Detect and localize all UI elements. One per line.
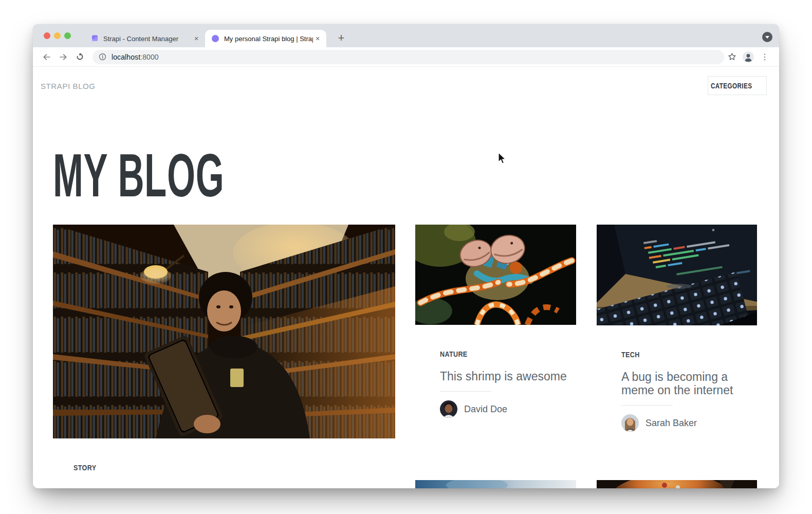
zoom-window-button[interactable] xyxy=(64,32,71,39)
blog-page: STRAPI BLOG CATEGORIES MY BLOG xyxy=(33,67,779,488)
article-title[interactable]: This shrimp is awesome xyxy=(440,370,576,383)
article-card-story[interactable]: STORY xyxy=(53,225,395,472)
categories-button[interactable]: CATEGORIES xyxy=(708,76,767,95)
back-arrow-icon xyxy=(42,52,52,62)
three-dots-icon: ⋮ xyxy=(761,53,769,61)
minimize-window-button[interactable] xyxy=(54,32,61,39)
blog-favicon xyxy=(211,34,219,43)
tab-title: Strapi - Content Manager xyxy=(103,35,192,43)
article-image-partial-food xyxy=(597,480,757,488)
tab-title: My personal Strapi blog | Strap xyxy=(224,35,313,43)
info-icon xyxy=(99,53,106,61)
article-title[interactable]: A bug is becoming a meme on the internet xyxy=(621,370,757,397)
article-category[interactable]: NATURE xyxy=(440,350,576,358)
site-brand[interactable]: STRAPI BLOG xyxy=(41,82,96,90)
reload-button[interactable] xyxy=(72,49,87,65)
article-image-laptop[interactable] xyxy=(597,225,757,325)
back-button[interactable] xyxy=(39,49,54,65)
article-category[interactable]: TECH xyxy=(621,350,757,359)
author-avatar xyxy=(440,400,457,418)
article-card-partial[interactable] xyxy=(415,480,576,488)
categories-button-label: CATEGORIES xyxy=(711,81,752,90)
divider xyxy=(440,391,491,392)
strapi-favicon xyxy=(90,34,99,43)
tab-my-personal-strapi-blog[interactable]: My personal Strapi blog | Strap × xyxy=(205,30,326,47)
profile-avatar-icon xyxy=(742,51,754,63)
reload-icon xyxy=(75,52,85,62)
article-image-library[interactable] xyxy=(53,225,395,438)
toolbar-right-actions: ⋮ xyxy=(724,49,773,65)
new-tab-button[interactable]: + xyxy=(334,31,348,45)
chevron-down-icon xyxy=(765,36,769,39)
close-tab-icon[interactable]: × xyxy=(313,34,322,43)
star-icon xyxy=(727,52,737,62)
article-author[interactable]: David Doe xyxy=(440,400,576,418)
browser-window: Strapi - Content Manager × My personal S… xyxy=(33,24,779,488)
window-controls xyxy=(44,32,71,39)
browser-menu-button[interactable]: ⋮ xyxy=(757,49,772,65)
article-category[interactable]: STORY xyxy=(73,463,395,472)
close-tab-icon[interactable]: × xyxy=(192,34,201,43)
author-avatar xyxy=(621,414,639,432)
browser-toolbar: localhost:8000 ⋮ xyxy=(33,47,779,67)
address-bar[interactable]: localhost:8000 xyxy=(93,50,724,64)
forward-button[interactable] xyxy=(56,49,71,65)
article-image-shrimp[interactable] xyxy=(415,225,576,325)
bookmark-button[interactable] xyxy=(724,49,740,65)
url-text: localhost:8000 xyxy=(112,53,159,61)
tab-search-button[interactable] xyxy=(762,32,772,42)
forward-arrow-icon xyxy=(58,52,68,62)
author-name: Sarah Baker xyxy=(645,418,697,429)
article-card-nature[interactable]: NATURE This shrimp is awesome David Doe xyxy=(415,225,576,418)
tab-strapi-content-manager[interactable]: Strapi - Content Manager × xyxy=(84,30,205,47)
close-window-button[interactable] xyxy=(44,32,50,39)
mouse-cursor xyxy=(497,152,507,166)
author-name: David Doe xyxy=(464,404,507,415)
article-author[interactable]: Sarah Baker xyxy=(621,414,757,432)
url-port: :8000 xyxy=(140,53,159,61)
article-card-partial[interactable] xyxy=(597,480,757,488)
url-host: localhost xyxy=(112,53,140,61)
page-title: MY BLOG xyxy=(53,145,339,206)
article-card-tech[interactable]: TECH A bug is becoming a meme on the int… xyxy=(597,225,757,432)
article-image-partial-blue xyxy=(415,480,576,488)
tab-strip: Strapi - Content Manager × My personal S… xyxy=(33,24,779,47)
profile-button[interactable] xyxy=(741,49,756,65)
divider xyxy=(621,405,673,406)
